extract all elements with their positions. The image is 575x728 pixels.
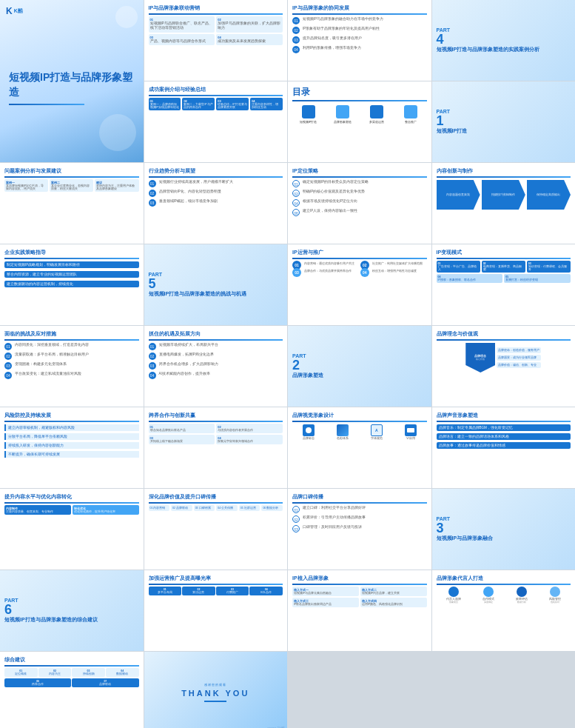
part1-num: 1 xyxy=(437,114,571,127)
oral-desc2: 积累评价：引导用户主动传播品牌故事 xyxy=(303,515,366,520)
risk-item3: 持续投入研发，保持内容创新能力 xyxy=(4,442,139,449)
challenge-num3: 03 xyxy=(4,362,12,370)
oral-desc3: 口碑管理：及时回应用户反馈与投诉 xyxy=(303,525,362,530)
content-innovation-title: 内容创新与制作 xyxy=(437,167,571,175)
enterprise-item1: 制定短视频IP战略规划，明确发展目标和路径 xyxy=(4,261,139,268)
risk-item2: 分散平台布局，降低单平台依赖风险 xyxy=(4,433,139,440)
ip-brand-synergy-cell: IP与品牌形象的协同发展 01 短视频IP与品牌形象的融合助力在市场中的竞争力 … xyxy=(288,0,431,81)
trend-desc1: 短视频行业持续高速发展，用户规模不断扩大 xyxy=(159,180,233,184)
part1-title: 短视频IP打造 xyxy=(437,127,571,135)
part6-cell: PART 6 短视频IP打造与品牌形象塑造的综合建议 xyxy=(0,570,144,651)
synergy-desc2: IP形象有助于品牌形象的年轻化及提高用户粘性 xyxy=(303,27,380,31)
brand-visual-strip xyxy=(292,421,427,422)
part6-title: 短视频IP打造与品牌形象塑造的综合建议 xyxy=(4,616,139,624)
ip-embed-title: IP植入品牌形象 xyxy=(292,575,427,582)
part1-label: PART xyxy=(437,109,571,114)
ip-strategy-strip xyxy=(292,176,427,178)
synergy-desc4: 利用IP的形象传播，增强市场竞争力 xyxy=(303,46,361,50)
enterprise-item3: 建立数据驱动的内容运营机制，持续优化 xyxy=(4,281,139,287)
enhance-content-cell: 提升内容水平与优化内容转化 内容制作 注重内容质量、创意策划、专业制作 转化优化… xyxy=(0,489,144,570)
strengthen-strip xyxy=(149,584,283,585)
ip-brand-joint-title: IP与品牌形象联动营销 xyxy=(149,4,283,12)
cover-strip xyxy=(9,104,84,105)
ip-desc1: 确定短视频IP的目标受众及内容定位策略 xyxy=(303,180,369,184)
ip-num2: 02 xyxy=(292,190,300,197)
oral-num2: 02 xyxy=(292,515,300,523)
toc-title: 目录 xyxy=(292,86,427,98)
trend-num1: 01 xyxy=(149,180,156,187)
brand-voice-title: 品牌声音形象塑造 xyxy=(437,412,571,419)
risk-item4: 不断提升，确保长期可持续发展 xyxy=(4,451,139,458)
challenge-num4: 04 xyxy=(4,372,12,379)
challenge-num2: 02 xyxy=(4,353,12,360)
brand-visual-title: 品牌视觉形象设计 xyxy=(292,412,427,419)
part2-num: 2 xyxy=(292,358,427,372)
ip-desc2: 明确IP的核心价值观及差异化竞争优势 xyxy=(303,190,365,194)
problem-strip xyxy=(4,176,139,178)
ip-operation-title: IP运营与推广 xyxy=(292,249,427,256)
thank-you-sub: 感谢您的观看 xyxy=(204,683,226,687)
joint-item2: 加强IP与品牌形象的关联，扩大品牌影响力 xyxy=(218,21,281,31)
trend-desc3: 垂直领域IP崛起，细分市场竞争加剧 xyxy=(159,199,218,204)
industry-trend-cell: 行业趋势分析与展望 01 短视频行业持续高速发展，用户规模不断扩大 02 品牌营… xyxy=(144,163,288,244)
joint-item1: 短视频IP与品牌联合推广、联名产品、线下活动等营销活动 xyxy=(150,21,214,31)
opp-desc1: 短视频市场持续扩大，布局新兴平台 xyxy=(159,343,218,347)
part4-num: 4 xyxy=(437,33,571,46)
brand-ambassador-cell: 品牌形象代言人打造 代言人选择 形象契合 合作模式 深度绑定 效果评估 数据分析… xyxy=(432,570,576,651)
ip-operation-cell: IP运营与推广 01 内容营销：通过优质内容吸引用户关注 02 社交推广：利用社… xyxy=(288,244,431,325)
thank-divider xyxy=(204,701,226,702)
part3-label: PART xyxy=(437,516,571,521)
ip-op-strip xyxy=(292,258,427,259)
cover-title: 短视频IP打造与品牌形象塑造 xyxy=(9,70,135,99)
brand-icon: K xyxy=(6,6,13,16)
part3-num: 3 xyxy=(437,521,571,535)
ip-brand-joint-cell: IP与品牌形象联动营销 01 短视频IP与品牌联合推广、联名产品、线下活动等营销… xyxy=(144,0,288,81)
trend-num3: 03 xyxy=(149,199,156,207)
trend-desc2: 品牌营销向IP化、内容化转型趋势明显 xyxy=(159,190,221,194)
challenge-strip xyxy=(4,339,139,341)
part3-cell: PART 3 短视频IP与品牌形象融合 xyxy=(432,489,576,570)
brand-concept-cell: 品牌理念与价值观 品牌理念 核心价值 品牌使命：创造价值，服务用户 品牌愿景：成… xyxy=(432,326,576,407)
opp-num4: 04 xyxy=(149,372,156,379)
opp-desc4: AI技术赋能内容创作，提升效率 xyxy=(159,372,210,376)
joint-strip xyxy=(149,13,283,15)
voice-item2: 品牌语言：建立一致的品牌话语体系和风格 xyxy=(437,433,571,440)
risk-control-cell: 风险防控及持续发展 建立内容审核机制，规避版权和内容风险 分散平台布局，降低单平… xyxy=(0,407,144,488)
joint-item3: 产品、视频内容等与品牌合作形式 xyxy=(150,39,214,44)
cross-boundary-cell: 跨界合作与创新共赢 01 联合知名品牌推出联名产品 02 与优质内容创作者开展合… xyxy=(144,407,288,488)
deco-circle xyxy=(115,6,138,28)
synergy-num4: 04 xyxy=(292,46,300,53)
challenge-desc1: 内容同质化：深挖垂直领域，打造差异化内容 xyxy=(15,343,89,347)
ip-strategy-title: IP定位策略 xyxy=(292,167,427,175)
challenge-title: 面临的挑战及应对措施 xyxy=(4,330,139,338)
part4-title: 短视频IP打造与品牌形象塑造的实践案例分析 xyxy=(437,46,571,53)
opp-num1: 01 xyxy=(149,343,156,350)
problem-analysis-cell: 问题案例分析与发展建议 案例一 某品牌短视频IP定位不清，导致内容混乱，用户流失… xyxy=(0,163,144,244)
voice-item1: 品牌音乐：制定专属品牌BGM，强化听觉记忆 xyxy=(437,424,571,431)
industry-strip xyxy=(149,176,283,178)
deepen-brand-cell: 深化品牌价值及提升口碑传播 01 内容营销 02 品牌联动 03 口碑积累 04… xyxy=(144,489,288,570)
opp-desc3: 跨界合作机会增多，扩大品牌影响力 xyxy=(159,362,218,367)
deepen-strip xyxy=(149,502,283,504)
enhance-strip xyxy=(4,502,139,504)
brand-concept-strip xyxy=(437,339,571,341)
part4-cell: PART 4 短视频IP打造与品牌形象塑造的实践案例分析 xyxy=(432,0,576,81)
challenge-desc2: 流量获取难：多平台布局，精准触达目标用户 xyxy=(15,353,89,357)
case-analysis-title: 成功案例介绍与经验总结 xyxy=(149,86,283,93)
ip-num4: 06 xyxy=(292,209,300,216)
oral-num1: 01 xyxy=(292,506,300,513)
cross-strip xyxy=(149,421,283,422)
part6-num: 6 xyxy=(4,603,139,616)
brand-ambassador-title: 品牌形象代言人打造 xyxy=(437,575,571,582)
part2-label: PART xyxy=(292,353,427,358)
part5-num: 5 xyxy=(149,277,283,290)
opportunity-cell: 抓住的机遇及拓展方向 01 短视频市场持续扩大，布局新兴平台 02 直播电商爆发… xyxy=(144,326,288,407)
cover-cell: K K酷 短视频IP打造与品牌形象塑造 xyxy=(0,0,144,162)
part5-title: 短视频IP打造与品牌形象塑造的挑战与机遇 xyxy=(149,290,283,298)
toc-strip xyxy=(292,100,427,101)
synergy-desc1: 短视频IP与品牌形象的融合助力在市场中的竞争力 xyxy=(303,17,383,21)
synergy-num1: 01 xyxy=(292,17,300,24)
ip-desc3: 根据市场反馈持续优化IP定位方向 xyxy=(303,199,357,204)
part2-title: 品牌形象塑造 xyxy=(292,372,427,379)
opportunity-title: 抓住的机遇及拓展方向 xyxy=(149,330,283,338)
